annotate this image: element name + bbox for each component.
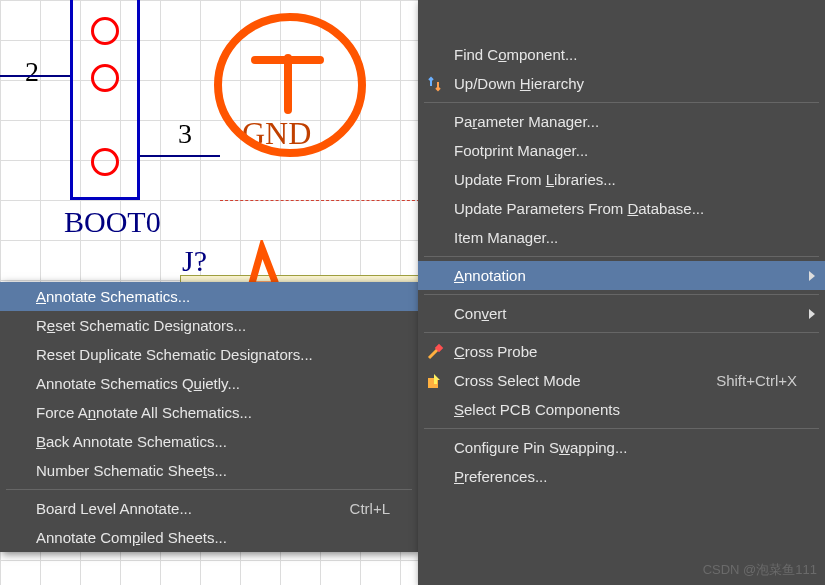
menu-separator [424,294,819,295]
menu-update-libraries[interactable]: Update From Libraries... [418,165,825,194]
annotation-submenu: Annotate Schematics... Reset Schematic D… [0,282,418,552]
menu-board-level-annotate[interactable]: Board Level Annotate... Ctrl+L [0,494,418,523]
pin-circle [91,148,119,176]
menu-separator [424,256,819,257]
watermark: CSDN @泡菜鱼111 [703,561,817,579]
tools-menu: Find Component... Up/Down Hierarchy Para… [418,0,825,585]
menu-annotation[interactable]: Annotation [418,261,825,290]
pin-circle [91,17,119,45]
submenu-arrow-icon [809,271,815,281]
hierarchy-icon [424,75,446,93]
dashed-guide [220,200,420,201]
menu-cross-probe[interactable]: Cross Probe [418,337,825,366]
menu-reset-duplicate[interactable]: Reset Duplicate Schematic Designators... [0,340,418,369]
menu-cross-select[interactable]: Cross Select Mode Shift+Ctrl+X [418,366,825,395]
shortcut-text: Ctrl+L [350,500,390,517]
pin-label-3: 3 [178,118,192,150]
menu-updown-hierarchy[interactable]: Up/Down Hierarchy [418,69,825,98]
net-gnd: GND [242,115,311,152]
menu-item-manager[interactable]: Item Manager... [418,223,825,252]
menu-annotate-quietly[interactable]: Annotate Schematics Quietly... [0,369,418,398]
menu-number-sheets[interactable]: Number Schematic Sheets... [0,456,418,485]
submenu-arrow-icon [809,309,815,319]
cross-select-icon [424,372,446,390]
menu-find-component[interactable]: Find Component... [418,40,825,69]
menu-separator [6,489,412,490]
menu-force-annotate[interactable]: Force Annotate All Schematics... [0,398,418,427]
designator-jq: J? [182,244,207,278]
designator-boot0: BOOT0 [64,205,161,239]
menu-back-annotate[interactable]: Back Annotate Schematics... [0,427,418,456]
menu-reset-designators[interactable]: Reset Schematic Designators... [0,311,418,340]
menu-separator [424,428,819,429]
wire [0,75,70,77]
menu-preferences[interactable]: Preferences... [418,462,825,491]
menu-parameter-manager[interactable]: Parameter Manager... [418,107,825,136]
pin-circle [91,64,119,92]
menu-update-parameters[interactable]: Update Parameters From Database... [418,194,825,223]
shortcut-text: Shift+Ctrl+X [716,372,797,389]
menu-separator [424,332,819,333]
menu-annotate-compiled[interactable]: Annotate Compiled Sheets... [0,523,418,552]
menu-annotate-schematics[interactable]: Annotate Schematics... [0,282,418,311]
wire [140,155,220,157]
menu-footprint-manager[interactable]: Footprint Manager... [418,136,825,165]
menu-separator [424,102,819,103]
cross-probe-icon [424,343,446,361]
menu-configure-pin-swapping[interactable]: Configure Pin Swapping... [418,433,825,462]
menu-convert[interactable]: Convert [418,299,825,328]
menu-select-pcb[interactable]: Select PCB Components [418,395,825,424]
pin-label-2: 2 [25,56,39,88]
